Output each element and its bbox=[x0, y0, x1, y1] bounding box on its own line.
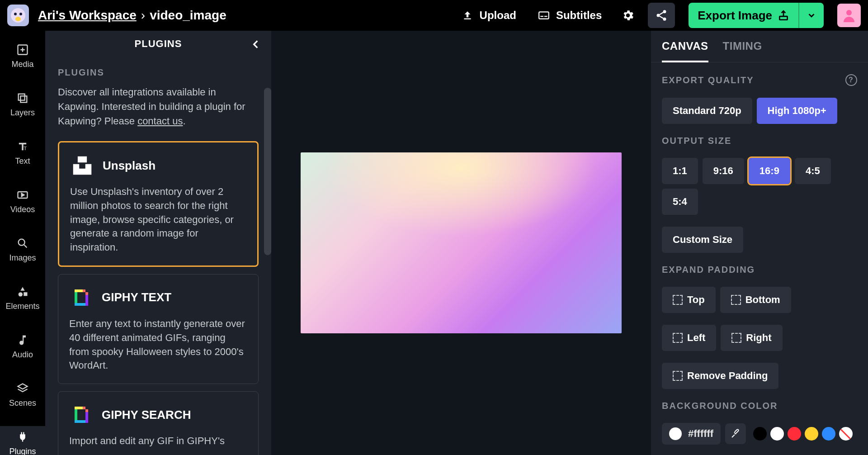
project-name[interactable]: video_image bbox=[150, 8, 226, 23]
color-swatches bbox=[753, 427, 853, 441]
svg-point-2 bbox=[19, 13, 22, 15]
dashed-box-icon bbox=[731, 295, 741, 305]
swatch-black[interactable] bbox=[753, 427, 767, 441]
workspace-link[interactable]: Ari's Workspace bbox=[38, 8, 137, 23]
gear-icon bbox=[621, 9, 635, 22]
svg-rect-30 bbox=[75, 407, 84, 409]
nav-scenes[interactable]: Scenes bbox=[0, 378, 45, 412]
swatch-yellow[interactable] bbox=[805, 427, 818, 441]
properties-panel: CANVAS TIMING EXPORT QUALITY ? Standard … bbox=[651, 31, 868, 455]
svg-point-11 bbox=[846, 10, 852, 15]
nav-audio[interactable]: Audio bbox=[0, 329, 45, 364]
swatch-transparent[interactable] bbox=[839, 427, 853, 441]
breadcrumb-separator: › bbox=[141, 8, 145, 23]
ratio-1-1[interactable]: 1:1 bbox=[662, 158, 698, 184]
panel-description: Discover all integrations available in K… bbox=[58, 85, 259, 128]
svg-point-9 bbox=[663, 18, 666, 21]
breadcrumb: Ari's Workspace › video_image bbox=[38, 8, 226, 23]
plugin-desc: Import and edit any GIF in GIPHY's bbox=[69, 434, 247, 448]
plugin-desc: Use Unsplash's inventory of over 2 milli… bbox=[70, 185, 246, 255]
plugin-card-unsplash[interactable]: Unsplash Use Unsplash's inventory of ove… bbox=[58, 141, 259, 267]
svg-rect-19 bbox=[24, 292, 27, 296]
canvas-area[interactable] bbox=[271, 31, 651, 455]
svg-point-3 bbox=[15, 17, 21, 21]
nav-media[interactable]: Media bbox=[0, 39, 45, 74]
eyedropper-button[interactable] bbox=[725, 423, 746, 444]
plugin-name: GIPHY SEARCH bbox=[102, 408, 191, 422]
export-quality-title: EXPORT QUALITY ? bbox=[662, 74, 857, 86]
svg-rect-10 bbox=[779, 16, 787, 20]
chevron-down-icon bbox=[807, 10, 816, 20]
nav-videos[interactable]: Videos bbox=[0, 184, 45, 219]
shapes-icon bbox=[16, 285, 29, 298]
swatch-white[interactable] bbox=[770, 427, 784, 441]
export-icon bbox=[778, 9, 789, 21]
vertical-nav: Media Layers T Text Videos Images Elemen… bbox=[0, 31, 45, 455]
canvas[interactable] bbox=[301, 152, 622, 333]
unsplash-icon bbox=[70, 153, 94, 178]
video-icon bbox=[16, 189, 29, 201]
contact-us-link[interactable]: contact us bbox=[137, 115, 183, 127]
background-color-chip[interactable]: #ffffff bbox=[662, 423, 721, 445]
svg-rect-31 bbox=[83, 407, 85, 409]
svg-point-8 bbox=[657, 14, 660, 17]
panel-title: PLUGINS bbox=[135, 38, 182, 50]
remove-padding[interactable]: Remove Padding bbox=[662, 363, 778, 389]
background-color-title: BACKGROUND COLOR bbox=[662, 401, 857, 411]
plug-icon bbox=[16, 431, 29, 443]
export-button[interactable]: Export Image bbox=[689, 3, 798, 28]
svg-rect-32 bbox=[85, 409, 88, 412]
export-dropdown[interactable] bbox=[798, 3, 824, 28]
svg-rect-20 bbox=[78, 156, 87, 163]
padding-right[interactable]: Right bbox=[721, 325, 782, 351]
panel-scrollbar[interactable] bbox=[264, 88, 271, 255]
user-avatar[interactable] bbox=[837, 4, 861, 27]
ratio-9-16[interactable]: 9:16 bbox=[703, 158, 744, 184]
plugins-panel: PLUGINS PLUGINS Discover all integration… bbox=[45, 31, 271, 455]
quality-high[interactable]: High 1080p+ bbox=[757, 98, 837, 124]
subtitles-button[interactable]: Subtitles bbox=[532, 5, 608, 25]
ratio-5-4[interactable]: 5:4 bbox=[662, 189, 698, 215]
settings-button[interactable] bbox=[617, 5, 639, 26]
plugin-desc: Enter any text to instantly generate ove… bbox=[69, 317, 247, 373]
nav-images[interactable]: Images bbox=[0, 232, 45, 267]
giphy-icon bbox=[69, 403, 94, 427]
padding-bottom[interactable]: Bottom bbox=[720, 287, 791, 313]
custom-size-button[interactable]: Custom Size bbox=[662, 227, 743, 253]
help-icon[interactable]: ? bbox=[845, 74, 857, 86]
current-color-swatch bbox=[669, 427, 682, 440]
upload-button[interactable]: Upload bbox=[455, 5, 523, 25]
share-icon bbox=[655, 9, 668, 22]
share-button[interactable] bbox=[648, 3, 675, 28]
svg-rect-13 bbox=[19, 94, 25, 100]
text-icon: T bbox=[16, 140, 29, 153]
svg-point-7 bbox=[663, 10, 666, 13]
nav-elements[interactable]: Elements bbox=[0, 281, 45, 316]
plus-box-icon bbox=[16, 43, 29, 56]
ratio-4-5[interactable]: 4:5 bbox=[795, 158, 831, 184]
svg-rect-26 bbox=[85, 292, 88, 295]
person-icon bbox=[841, 7, 857, 24]
ratio-16-9[interactable]: 16:9 bbox=[749, 158, 790, 184]
plugin-card-giphy-search[interactable]: GIPHY SEARCH Import and edit any GIF in … bbox=[58, 391, 259, 455]
tab-canvas[interactable]: CANVAS bbox=[662, 40, 708, 62]
chevron-left-icon bbox=[250, 38, 262, 50]
nav-layers[interactable]: Layers bbox=[0, 87, 45, 122]
nav-text[interactable]: T Text bbox=[0, 136, 45, 171]
swatch-red[interactable] bbox=[788, 427, 801, 441]
padding-left[interactable]: Left bbox=[662, 325, 716, 351]
swatch-blue[interactable] bbox=[822, 427, 835, 441]
svg-rect-29 bbox=[85, 411, 88, 423]
app-avatar bbox=[7, 5, 29, 26]
svg-point-17 bbox=[19, 239, 25, 246]
padding-top[interactable]: Top bbox=[662, 287, 716, 313]
plugin-card-giphy-text[interactable]: GIPHY TEXT Enter any text to instantly g… bbox=[58, 274, 259, 384]
svg-rect-24 bbox=[75, 289, 84, 292]
quality-standard[interactable]: Standard 720p bbox=[662, 98, 752, 124]
layers-icon bbox=[16, 92, 29, 104]
plugin-name: GIPHY TEXT bbox=[102, 290, 171, 304]
tab-timing[interactable]: TIMING bbox=[723, 40, 762, 62]
nav-plugins[interactable]: Plugins bbox=[0, 426, 45, 455]
subtitles-icon bbox=[538, 9, 550, 21]
panel-collapse-button[interactable] bbox=[247, 35, 265, 53]
